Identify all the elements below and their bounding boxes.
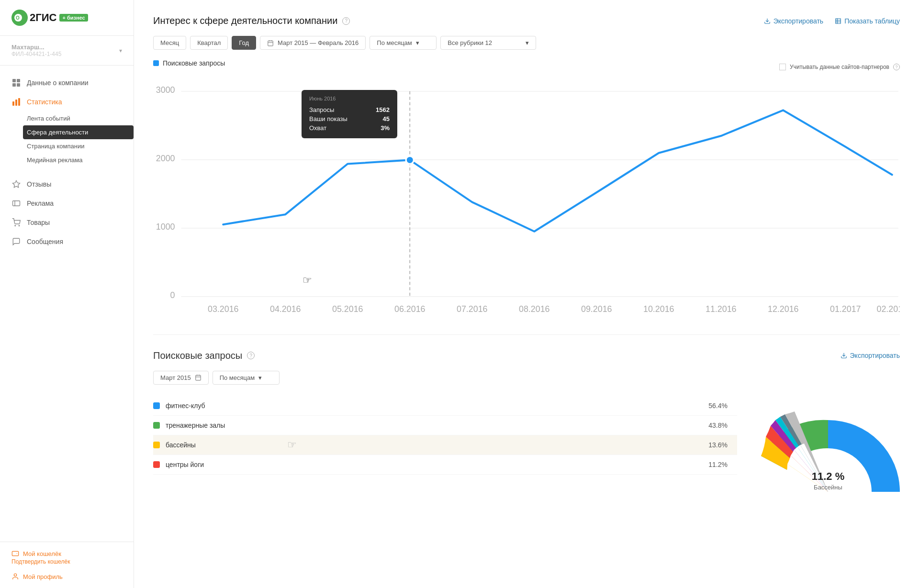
svg-text:06.2016: 06.2016 xyxy=(394,304,426,313)
tooltip-label: Охват xyxy=(309,124,326,132)
profile-link[interactable]: Мой профиль xyxy=(11,567,122,580)
chart-svg-container: 3000 2000 1000 0 03.2016 04.2016 05.2016… xyxy=(153,80,900,315)
svg-rect-5 xyxy=(17,83,20,87)
poisk-export-label: Экспортировать xyxy=(850,352,900,359)
chevron-down-icon: ▾ xyxy=(416,39,419,46)
poisk-export-button[interactable]: Экспортировать xyxy=(841,352,900,359)
main-content: Интерес к сфере деятельности компании ? … xyxy=(134,0,919,588)
sidebar-subitem-events[interactable]: Лента событий xyxy=(27,111,134,125)
svg-text:O: O xyxy=(16,15,20,21)
sidebar-user[interactable]: Махтарш... ФИЛ-404421-1-445 ▾ xyxy=(0,36,134,66)
help-icon[interactable]: ? xyxy=(342,17,350,25)
svg-text:2000: 2000 xyxy=(156,154,175,163)
cart-icon xyxy=(11,218,21,227)
svg-point-15 xyxy=(14,574,16,576)
tooltip-label: Ваши показы xyxy=(309,115,347,122)
svg-text:04.2016: 04.2016 xyxy=(270,304,301,313)
section-actions: Экспортировать Показать таблицу xyxy=(764,17,900,25)
svg-rect-8 xyxy=(18,98,20,106)
logo-area: O 2ГИС + бизнес xyxy=(0,0,134,36)
chart-tooltip: Июнь 2016 Запросы 1562 Ваши показы 45 Ох… xyxy=(302,90,397,138)
poisk-title: Поисковые запросы xyxy=(153,350,242,361)
sidebar-subitem-sphere[interactable]: Сфера деятельности xyxy=(23,125,134,139)
period-year-btn[interactable]: Год xyxy=(232,36,256,50)
row-name-1: тренажерные залы xyxy=(166,422,699,429)
logo-text: 2ГИС xyxy=(30,11,56,24)
donut-svg: 11.2 % Бассейны xyxy=(756,396,900,492)
svg-rect-14 xyxy=(12,551,18,555)
chevron-down-icon: ▾ xyxy=(258,374,262,381)
user-sub: ФИЛ-404421-1-445 xyxy=(11,51,61,57)
calendar-icon xyxy=(195,374,202,381)
svg-rect-17 xyxy=(836,18,841,23)
date-range-label: Март 2015 — Февраль 2016 xyxy=(278,39,359,46)
poisk-row-1[interactable]: тренажерные залы 43.8% xyxy=(153,416,737,435)
sidebar-item-label: Данные о компании xyxy=(27,79,89,87)
wallet-link[interactable]: Мой кошелёк xyxy=(11,550,122,557)
export-icon xyxy=(841,352,847,359)
row-color-2 xyxy=(153,442,160,448)
svg-text:07.2016: 07.2016 xyxy=(457,304,488,313)
row-color-0 xyxy=(153,402,160,409)
star-icon xyxy=(11,179,21,189)
tooltip-date: Июнь 2016 xyxy=(309,96,390,101)
row-color-1 xyxy=(153,422,160,429)
sidebar-item-company-data[interactable]: Данные о компании xyxy=(0,73,134,92)
by-months-btn[interactable]: По месяцам ▾ xyxy=(370,36,437,50)
export-button[interactable]: Экспортировать xyxy=(764,17,823,25)
row-pct-3: 11.2% xyxy=(699,461,728,468)
logo-badge: + бизнес xyxy=(59,14,88,22)
svg-rect-6 xyxy=(12,101,14,106)
grid-icon xyxy=(11,78,21,88)
svg-text:10.2016: 10.2016 xyxy=(643,304,674,313)
section-header: Интерес к сфере деятельности компании ? … xyxy=(153,15,900,26)
line-chart: 3000 2000 1000 0 03.2016 04.2016 05.2016… xyxy=(153,80,900,314)
legend-dot xyxy=(153,60,159,66)
chevron-down-icon: ▾ xyxy=(526,39,529,46)
svg-text:12.2016: 12.2016 xyxy=(768,304,799,313)
stats-icon xyxy=(11,97,21,107)
wallet-label: Мой кошелёк xyxy=(23,550,61,557)
partner-help-icon[interactable]: ? xyxy=(893,64,900,70)
row-pct-1: 43.8% xyxy=(699,422,728,429)
page-title: Интерес к сфере деятельности компании xyxy=(153,15,337,26)
row-pct-2: 13.6% xyxy=(699,441,728,449)
sidebar-item-goods[interactable]: Товары xyxy=(0,213,134,232)
svg-text:11.2 %: 11.2 % xyxy=(812,470,845,482)
svg-text:03.2016: 03.2016 xyxy=(208,304,239,313)
sidebar-item-ads[interactable]: Реклама xyxy=(0,194,134,213)
all-rubrics-btn[interactable]: Все рубрики 12 ▾ xyxy=(440,36,536,50)
poisk-row-2[interactable]: бассейны ☞ 13.6% xyxy=(153,435,737,455)
poisk-date-btn[interactable]: Март 2015 xyxy=(153,371,209,385)
show-table-button[interactable]: Показать таблицу xyxy=(835,17,900,25)
poisk-table: фитнес-клуб 56.4% тренажерные залы 43.8%… xyxy=(153,396,737,475)
partner-checkbox[interactable] xyxy=(779,64,786,70)
svg-rect-2 xyxy=(12,79,16,82)
svg-rect-3 xyxy=(17,79,20,82)
by-months-label: По месяцам xyxy=(377,39,412,46)
sidebar-item-statistics[interactable]: Статистика xyxy=(0,92,134,111)
row-color-3 xyxy=(153,461,160,468)
svg-rect-7 xyxy=(15,100,17,106)
chart-options: Учитывать данные сайтов-партнеров ? xyxy=(779,64,900,70)
sidebar-item-messages[interactable]: Сообщения xyxy=(0,232,134,251)
chat-icon xyxy=(11,237,21,246)
poisk-by-months-label: По месяцам xyxy=(220,374,255,381)
poisk-row-3[interactable]: центры йоги 11.2% xyxy=(153,455,737,475)
sidebar-item-label: Товары xyxy=(27,219,50,226)
sidebar-subitem-media[interactable]: Медийная реклама xyxy=(27,153,134,167)
poisk-content: фитнес-клуб 56.4% тренажерные залы 43.8%… xyxy=(153,396,900,492)
period-month-btn[interactable]: Месяц xyxy=(153,36,186,50)
confirm-wallet-link[interactable]: Подтвердить кошелёк xyxy=(11,558,122,565)
svg-text:3000: 3000 xyxy=(156,85,175,95)
poisk-row-0[interactable]: фитнес-клуб 56.4% xyxy=(153,396,737,416)
date-range-btn[interactable]: Март 2015 — Февраль 2016 xyxy=(260,36,366,50)
svg-rect-4 xyxy=(12,83,16,87)
sidebar-item-reviews[interactable]: Отзывы xyxy=(0,175,134,194)
sidebar-subitem-company-page[interactable]: Страница компании xyxy=(27,139,134,153)
poisk-by-months-btn[interactable]: По месяцам ▾ xyxy=(213,371,280,385)
calendar-icon xyxy=(267,40,274,46)
poisk-help-icon[interactable]: ? xyxy=(247,352,255,359)
period-quarter-btn[interactable]: Квартал xyxy=(190,36,228,50)
poisk-filters: Март 2015 По месяцам ▾ xyxy=(153,371,900,385)
